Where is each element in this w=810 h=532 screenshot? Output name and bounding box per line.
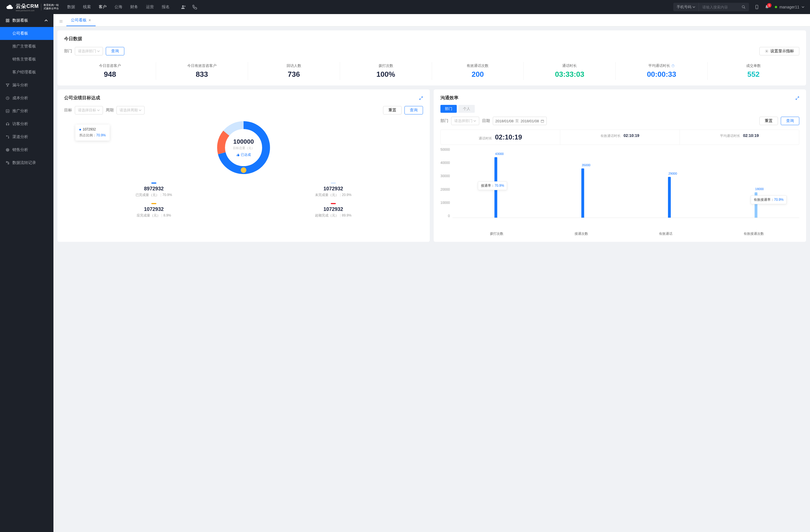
phone-icon[interactable] bbox=[192, 4, 197, 10]
legend-item: 1072932应完成量（元）|8.9% bbox=[64, 203, 244, 218]
metric-item: 回访人数736 bbox=[248, 62, 340, 80]
search-type-select[interactable]: 手机号码 bbox=[673, 3, 699, 11]
chevron-down-icon bbox=[97, 109, 100, 112]
period-label: 周期 bbox=[106, 108, 114, 113]
nav-leads[interactable]: 线索 bbox=[83, 4, 91, 10]
target-icon bbox=[6, 148, 10, 152]
logo-subtitle: 教育机构一站 式服务云平台 bbox=[41, 4, 59, 10]
clock-icon bbox=[6, 96, 10, 100]
sidebar-item-company[interactable]: 公司看板 bbox=[0, 27, 53, 40]
tab-company-board[interactable]: 公司看板 ✕ bbox=[66, 15, 96, 26]
y-axis: 50000400003000020000100000 bbox=[440, 148, 453, 218]
metric-item: 平均通话时长00:00:33 bbox=[616, 62, 708, 80]
stats-item: 平均通话时长02:10:19 bbox=[680, 130, 799, 145]
target-label: 目标 bbox=[64, 108, 72, 113]
sidebar-item-funnel[interactable]: 漏斗分析 bbox=[0, 79, 53, 92]
tab-dept-button[interactable]: 部门 bbox=[440, 105, 457, 113]
nav-ops[interactable]: 运营 bbox=[146, 4, 154, 10]
nav-data[interactable]: 数据 bbox=[67, 4, 75, 10]
svg-point-10 bbox=[8, 137, 9, 138]
chart-icon bbox=[6, 109, 10, 113]
sidebar-item-promo[interactable]: 推广分析 bbox=[0, 105, 53, 118]
reset-button[interactable]: 重置 bbox=[383, 106, 402, 114]
svg-rect-3 bbox=[6, 19, 7, 20]
stats-bar: 通话时长02:10:19有效通话时长02:10:19平均通话时长02:10:19 bbox=[440, 130, 799, 145]
close-icon[interactable]: ✕ bbox=[88, 18, 91, 22]
query-button[interactable]: 查询 bbox=[106, 47, 124, 55]
sidebar-item-sales-mgr[interactable]: 销售主管看板 bbox=[0, 53, 53, 66]
cloud-icon bbox=[6, 4, 14, 10]
svg-point-0 bbox=[182, 5, 184, 7]
goal-card: 公司业绩目标达成 目标 请选择目标 周期 请选择周期 重置 查询 bbox=[58, 89, 430, 242]
funnel-icon bbox=[6, 83, 10, 87]
sidebar-item-flow[interactable]: 数据流转记录 bbox=[0, 156, 53, 169]
bar-plot: 接通率：70.9% 有效接通率：70.9% 430003500029000180… bbox=[453, 148, 799, 218]
reset-button[interactable]: 重置 bbox=[759, 117, 778, 125]
add-user-icon[interactable] bbox=[181, 4, 186, 10]
goal-title: 公司业绩目标达成 bbox=[64, 95, 100, 101]
anno-valid-rate: 有效接通率：70.9% bbox=[751, 196, 787, 204]
tabs-menu-button[interactable] bbox=[57, 19, 65, 26]
metric-item: 成交单数552 bbox=[708, 62, 799, 80]
route-icon bbox=[6, 135, 10, 139]
nav-signup[interactable]: 报名 bbox=[162, 4, 169, 10]
nav-finance[interactable]: 财务 bbox=[130, 4, 138, 10]
flow-icon bbox=[6, 161, 10, 165]
query-button[interactable]: 查询 bbox=[781, 117, 799, 125]
sidebar-item-cost[interactable]: 成本分析 bbox=[0, 92, 53, 105]
search-button[interactable] bbox=[738, 5, 749, 9]
efficiency-card: 沟通效率 部门 个人 部门 请选择部门 日期 2018/01/08 至 bbox=[434, 89, 806, 242]
chevron-down-icon bbox=[139, 109, 142, 112]
sidebar-item-visitor[interactable]: 访客分析 bbox=[0, 118, 53, 131]
sidebar-item-promo-mgr[interactable]: 推广主管看板 bbox=[0, 40, 53, 53]
svg-rect-15 bbox=[8, 163, 9, 164]
donut-chart: 100000 目标总量（元） 已达成 1072932 所占比例：70.9% bbox=[64, 119, 423, 176]
query-button[interactable]: 查询 bbox=[404, 106, 423, 114]
donut-center-label: 目标总量（元） bbox=[233, 146, 255, 150]
sidebar-group-dashboard[interactable]: 数据看板 bbox=[0, 14, 53, 27]
svg-rect-2 bbox=[756, 5, 758, 9]
logo[interactable]: 云朵CRM www.yunduocrm.com 教育机构一站 式服务云平台 bbox=[6, 3, 59, 12]
user-menu[interactable]: manager11 bbox=[775, 5, 804, 9]
today-title: 今日数据 bbox=[64, 36, 799, 42]
target-select[interactable]: 请选择目标 bbox=[75, 106, 103, 114]
svg-rect-14 bbox=[6, 161, 7, 163]
svg-rect-5 bbox=[6, 21, 7, 22]
search-box: 手机号码 bbox=[673, 3, 749, 11]
thumbs-up-icon bbox=[236, 153, 240, 156]
sidebar-item-sales[interactable]: 销售分析 bbox=[0, 144, 53, 156]
metric-item: 今日首咨客户948 bbox=[64, 62, 156, 80]
expand-icon[interactable] bbox=[419, 96, 423, 100]
date-range-input[interactable]: 2018/01/08 至 2018/01/08 bbox=[493, 117, 547, 125]
legend-item: 1072932超额完成（元）|89.9% bbox=[244, 203, 423, 218]
search-input[interactable] bbox=[699, 5, 738, 9]
svg-point-1 bbox=[742, 6, 744, 8]
chevron-down-icon bbox=[473, 119, 476, 122]
sidebar-item-account-mgr[interactable]: 客户经理看板 bbox=[0, 66, 53, 79]
dept-select[interactable]: 请选择部门 bbox=[451, 117, 479, 125]
svg-rect-4 bbox=[8, 19, 9, 20]
sidebar-item-channel[interactable]: 渠道分析 bbox=[0, 131, 53, 144]
achieved-badge: 已达成 bbox=[233, 152, 255, 157]
notifications-button[interactable]: 5 bbox=[765, 5, 769, 9]
x-axis-labels: 拨打次数接通次数有效通话有效接通次数 bbox=[454, 231, 799, 236]
dept-select[interactable]: 请选择部门 bbox=[75, 47, 103, 55]
settings-indicators-button[interactable]: 设置显示指标 bbox=[759, 47, 799, 55]
period-select[interactable]: 请选择周期 bbox=[116, 106, 145, 114]
chevron-up-icon bbox=[45, 19, 48, 22]
legend-item: 8972932已完成量（元）|70.9% bbox=[64, 182, 244, 197]
logo-text: 云朵CRM bbox=[16, 3, 39, 10]
metric-item: 通话时长03:33:03 bbox=[524, 62, 616, 80]
nav-customers[interactable]: 客户 bbox=[99, 4, 107, 10]
mobile-icon[interactable] bbox=[755, 5, 759, 9]
stats-item: 通话时长02:10:19 bbox=[441, 130, 560, 145]
legend-item: 1072932未完成量（元）|20.9% bbox=[244, 182, 423, 197]
stats-item: 有效通话时长02:10:19 bbox=[560, 130, 680, 145]
tab-person-button[interactable]: 个人 bbox=[458, 105, 475, 113]
nav-pool[interactable]: 公海 bbox=[114, 4, 122, 10]
expand-icon[interactable] bbox=[795, 96, 799, 100]
tabs-bar: 公司看板 ✕ bbox=[53, 14, 810, 27]
badge-count: 5 bbox=[767, 3, 772, 7]
main-nav: 数据 线索 客户 公海 财务 运营 报名 bbox=[67, 4, 169, 10]
donut-tooltip: 1072932 所占比例：70.9% bbox=[75, 124, 110, 140]
